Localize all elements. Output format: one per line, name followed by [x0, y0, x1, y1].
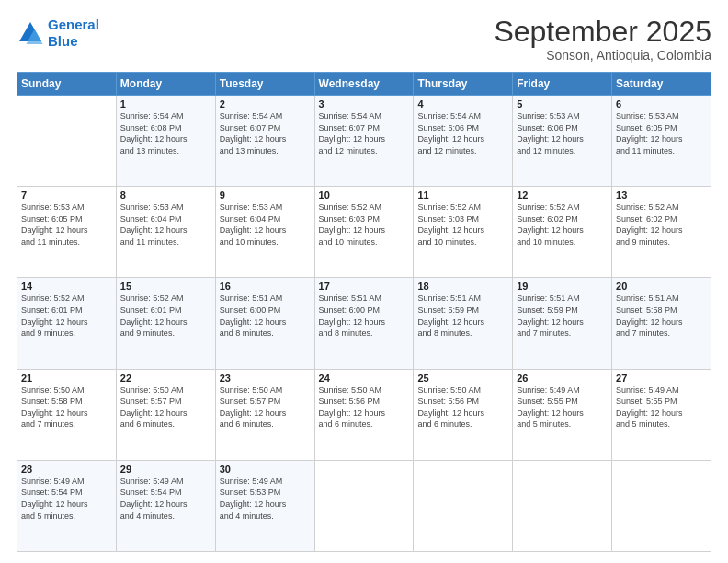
logo-text: General Blue	[48, 17, 99, 50]
calendar-cell: 28Sunrise: 5:49 AMSunset: 5:54 PMDayligh…	[17, 460, 117, 551]
day-info: Sunrise: 5:51 AMSunset: 6:00 PMDaylight:…	[319, 293, 410, 339]
calendar-cell: 20Sunrise: 5:51 AMSunset: 5:58 PMDayligh…	[612, 278, 711, 369]
day-info: Sunrise: 5:50 AMSunset: 5:57 PMDaylight:…	[120, 385, 211, 431]
col-wednesday: Wednesday	[314, 73, 414, 96]
calendar-cell: 22Sunrise: 5:50 AMSunset: 5:57 PMDayligh…	[116, 369, 215, 460]
day-number: 8	[120, 190, 211, 201]
calendar-cell: 2Sunrise: 5:54 AMSunset: 6:07 PMDaylight…	[215, 96, 314, 187]
day-info: Sunrise: 5:51 AMSunset: 5:59 PMDaylight:…	[517, 293, 608, 339]
day-number: 28	[21, 464, 112, 475]
day-info: Sunrise: 5:52 AMSunset: 6:03 PMDaylight:…	[319, 201, 410, 247]
calendar-cell: 7Sunrise: 5:53 AMSunset: 6:05 PMDaylight…	[17, 187, 117, 278]
day-number: 7	[21, 190, 112, 201]
day-info: Sunrise: 5:50 AMSunset: 5:58 PMDaylight:…	[21, 385, 112, 431]
day-number: 17	[319, 281, 410, 292]
calendar-cell: 21Sunrise: 5:50 AMSunset: 5:58 PMDayligh…	[17, 369, 117, 460]
day-info: Sunrise: 5:52 AMSunset: 6:01 PMDaylight:…	[120, 293, 211, 339]
day-number: 5	[517, 98, 608, 109]
day-number: 3	[319, 98, 410, 109]
day-number: 26	[517, 373, 608, 384]
day-number: 13	[616, 190, 707, 201]
calendar-week-1: 1Sunrise: 5:54 AMSunset: 6:08 PMDaylight…	[17, 96, 711, 187]
day-number: 9	[220, 190, 311, 201]
calendar-cell	[612, 460, 711, 551]
calendar-cell: 19Sunrise: 5:51 AMSunset: 5:59 PMDayligh…	[513, 278, 612, 369]
calendar-cell: 10Sunrise: 5:52 AMSunset: 6:03 PMDayligh…	[314, 187, 414, 278]
day-number: 1	[120, 98, 211, 109]
day-number: 23	[220, 373, 311, 384]
col-sunday: Sunday	[17, 73, 117, 96]
day-number: 18	[417, 281, 508, 292]
calendar-table: Sunday Monday Tuesday Wednesday Thursday…	[17, 72, 711, 552]
day-info: Sunrise: 5:49 AMSunset: 5:55 PMDaylight:…	[616, 385, 707, 431]
day-number: 12	[517, 190, 608, 201]
day-number: 19	[517, 281, 608, 292]
calendar-cell: 26Sunrise: 5:49 AMSunset: 5:55 PMDayligh…	[513, 369, 612, 460]
calendar-subtitle: Sonson, Antioquia, Colombia	[494, 48, 711, 63]
day-info: Sunrise: 5:52 AMSunset: 6:03 PMDaylight:…	[417, 201, 508, 247]
title-block: September 2025 Sonson, Antioquia, Colomb…	[494, 17, 711, 63]
day-info: Sunrise: 5:52 AMSunset: 6:02 PMDaylight:…	[517, 201, 608, 247]
calendar-cell: 11Sunrise: 5:52 AMSunset: 6:03 PMDayligh…	[414, 187, 513, 278]
calendar-cell: 24Sunrise: 5:50 AMSunset: 5:56 PMDayligh…	[314, 369, 414, 460]
col-thursday: Thursday	[414, 73, 513, 96]
day-info: Sunrise: 5:50 AMSunset: 5:56 PMDaylight:…	[319, 385, 410, 431]
calendar-week-4: 21Sunrise: 5:50 AMSunset: 5:58 PMDayligh…	[17, 369, 711, 460]
col-saturday: Saturday	[612, 73, 711, 96]
day-info: Sunrise: 5:53 AMSunset: 6:05 PMDaylight:…	[616, 110, 707, 156]
day-number: 27	[616, 373, 707, 384]
calendar-cell: 9Sunrise: 5:53 AMSunset: 6:04 PMDaylight…	[215, 187, 314, 278]
col-tuesday: Tuesday	[215, 73, 314, 96]
day-number: 4	[417, 98, 508, 109]
day-number: 6	[616, 98, 707, 109]
calendar-cell	[17, 96, 117, 187]
col-monday: Monday	[116, 73, 215, 96]
day-number: 14	[21, 281, 112, 292]
day-info: Sunrise: 5:52 AMSunset: 6:02 PMDaylight:…	[616, 201, 707, 247]
calendar-week-5: 28Sunrise: 5:49 AMSunset: 5:54 PMDayligh…	[17, 460, 711, 551]
day-number: 29	[120, 464, 211, 475]
calendar-cell: 6Sunrise: 5:53 AMSunset: 6:05 PMDaylight…	[612, 96, 711, 187]
calendar-cell	[513, 460, 612, 551]
header: General Blue September 2025 Sonson, Anti…	[17, 17, 711, 63]
calendar-cell	[414, 460, 513, 551]
calendar-cell: 23Sunrise: 5:50 AMSunset: 5:57 PMDayligh…	[215, 369, 314, 460]
day-info: Sunrise: 5:54 AMSunset: 6:08 PMDaylight:…	[120, 110, 211, 156]
day-info: Sunrise: 5:51 AMSunset: 5:59 PMDaylight:…	[417, 293, 508, 339]
calendar-cell: 8Sunrise: 5:53 AMSunset: 6:04 PMDaylight…	[116, 187, 215, 278]
day-number: 11	[417, 190, 508, 201]
day-info: Sunrise: 5:49 AMSunset: 5:53 PMDaylight:…	[220, 476, 311, 522]
logo-line2: Blue	[48, 33, 78, 49]
calendar-cell: 5Sunrise: 5:53 AMSunset: 6:06 PMDaylight…	[513, 96, 612, 187]
calendar-cell: 15Sunrise: 5:52 AMSunset: 6:01 PMDayligh…	[116, 278, 215, 369]
day-info: Sunrise: 5:53 AMSunset: 6:04 PMDaylight:…	[120, 201, 211, 247]
day-info: Sunrise: 5:49 AMSunset: 5:54 PMDaylight:…	[120, 476, 211, 522]
day-info: Sunrise: 5:49 AMSunset: 5:55 PMDaylight:…	[517, 385, 608, 431]
calendar-cell: 16Sunrise: 5:51 AMSunset: 6:00 PMDayligh…	[215, 278, 314, 369]
day-info: Sunrise: 5:53 AMSunset: 6:05 PMDaylight:…	[21, 201, 112, 247]
col-friday: Friday	[513, 73, 612, 96]
day-info: Sunrise: 5:52 AMSunset: 6:01 PMDaylight:…	[21, 293, 112, 339]
calendar-cell: 18Sunrise: 5:51 AMSunset: 5:59 PMDayligh…	[414, 278, 513, 369]
calendar-cell: 12Sunrise: 5:52 AMSunset: 6:02 PMDayligh…	[513, 187, 612, 278]
day-number: 30	[220, 464, 311, 475]
calendar-cell: 3Sunrise: 5:54 AMSunset: 6:07 PMDaylight…	[314, 96, 414, 187]
day-number: 15	[120, 281, 211, 292]
day-info: Sunrise: 5:51 AMSunset: 6:00 PMDaylight:…	[220, 293, 311, 339]
calendar-body: 1Sunrise: 5:54 AMSunset: 6:08 PMDaylight…	[17, 96, 711, 552]
day-info: Sunrise: 5:50 AMSunset: 5:56 PMDaylight:…	[417, 385, 508, 431]
day-number: 21	[21, 373, 112, 384]
calendar-header-row: Sunday Monday Tuesday Wednesday Thursday…	[17, 73, 711, 96]
day-info: Sunrise: 5:49 AMSunset: 5:54 PMDaylight:…	[21, 476, 112, 522]
calendar-cell: 29Sunrise: 5:49 AMSunset: 5:54 PMDayligh…	[116, 460, 215, 551]
logo: General Blue	[17, 17, 99, 50]
calendar-cell: 25Sunrise: 5:50 AMSunset: 5:56 PMDayligh…	[414, 369, 513, 460]
calendar-cell: 30Sunrise: 5:49 AMSunset: 5:53 PMDayligh…	[215, 460, 314, 551]
day-number: 16	[220, 281, 311, 292]
day-info: Sunrise: 5:53 AMSunset: 6:06 PMDaylight:…	[517, 110, 608, 156]
logo-icon	[17, 19, 44, 47]
calendar-week-2: 7Sunrise: 5:53 AMSunset: 6:05 PMDaylight…	[17, 187, 711, 278]
calendar-week-3: 14Sunrise: 5:52 AMSunset: 6:01 PMDayligh…	[17, 278, 711, 369]
calendar-cell	[314, 460, 414, 551]
day-number: 10	[319, 190, 410, 201]
